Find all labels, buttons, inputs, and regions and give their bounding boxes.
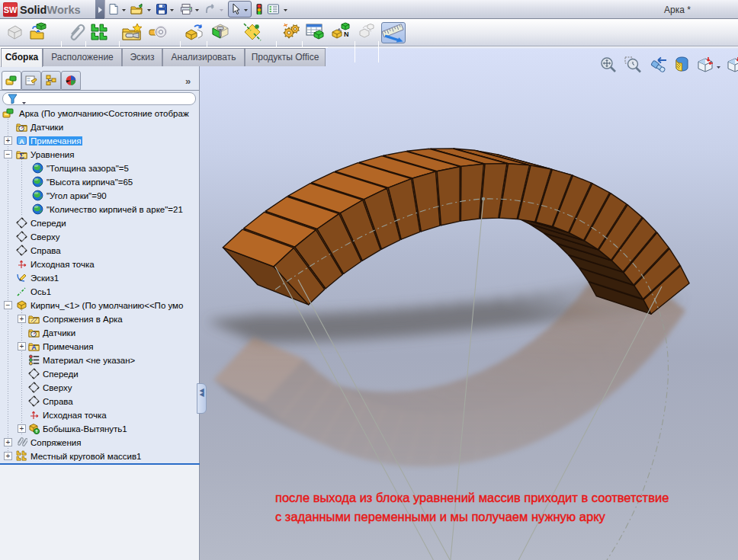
svg-text:A: A [31,344,37,351]
svg-text:A: A [19,137,24,146]
svg-text:Σ: Σ [19,152,24,160]
svg-text:SW: SW [4,5,18,14]
svg-text:N: N [344,30,349,38]
svg-text:SolidWorks: SolidWorks [20,4,81,16]
